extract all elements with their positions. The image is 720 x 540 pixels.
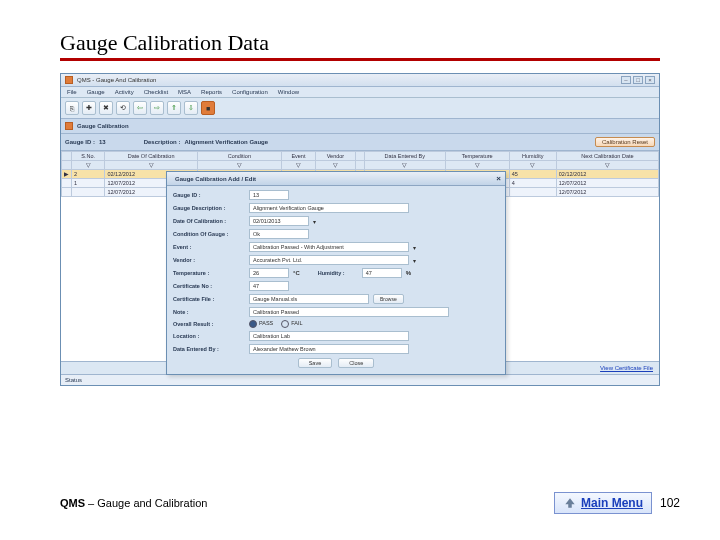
menu-window[interactable]: Window xyxy=(278,89,299,95)
toolbar-btn-4[interactable]: ⟲ xyxy=(116,101,130,115)
toolbar-btn-6[interactable]: ⇨ xyxy=(150,101,164,115)
toolbar-btn-3[interactable]: ✖ xyxy=(99,101,113,115)
field-certfile[interactable]: Gauge Manual.xls xyxy=(249,294,369,304)
view-certificate-link[interactable]: View Certificate File xyxy=(600,365,653,371)
save-button[interactable]: Save xyxy=(298,358,333,368)
menu-checklist[interactable]: Checklist xyxy=(144,89,168,95)
subwindow-title: Gauge Calibration xyxy=(61,119,659,134)
field-loc[interactable]: Calibration Lab xyxy=(249,331,409,341)
slide-title: Gauge Calibration Data xyxy=(60,30,660,56)
field-cond[interactable]: Ok xyxy=(249,229,309,239)
menu-msa[interactable]: MSA xyxy=(178,89,191,95)
grid-header[interactable]: Temperature xyxy=(445,152,509,161)
grid-header[interactable] xyxy=(62,152,72,161)
browse-button[interactable]: Browse xyxy=(373,294,404,304)
lbl-vendor: Vendor : xyxy=(173,257,245,263)
field-temp[interactable]: 26 xyxy=(249,268,289,278)
field-dataent[interactable]: Alexander Mathew Brown xyxy=(249,344,409,354)
close-button[interactable]: × xyxy=(645,76,655,84)
grid-filter[interactable]: ▽ xyxy=(72,161,105,170)
vendor-dd-icon[interactable]: ▾ xyxy=(413,257,416,264)
field-date[interactable]: 02/01/2013 xyxy=(249,216,309,226)
dialog-close-icon[interactable]: × xyxy=(496,174,501,183)
temp-unit: °C xyxy=(293,270,300,276)
grid-filter[interactable]: ▽ xyxy=(281,161,315,170)
lbl-desc: Gauge Description : xyxy=(173,205,245,211)
lbl-certfile: Certificate File : xyxy=(173,296,245,302)
app-titlebar: QMS - Gauge And Calibration – □ × xyxy=(61,74,659,87)
grid-filter[interactable]: ▽ xyxy=(105,161,197,170)
menu-gauge[interactable]: Gauge xyxy=(87,89,105,95)
gauge-id-value: 13 xyxy=(99,139,106,145)
lbl-overall: Overall Result : xyxy=(173,321,245,327)
toolbar-btn-8[interactable]: ⇩ xyxy=(184,101,198,115)
field-gauge-id: 13 xyxy=(249,190,289,200)
humid-unit: % xyxy=(406,270,411,276)
subwindow-label: Gauge Calibration xyxy=(77,123,129,129)
grid-filter[interactable] xyxy=(355,161,364,170)
info-bar: Gauge ID : 13 Description : Alignment Ve… xyxy=(61,134,659,151)
field-certby[interactable]: 47 xyxy=(249,281,289,291)
lbl-dataent: Data Entered By : xyxy=(173,346,245,352)
toolbar-btn-1[interactable]: ⎘ xyxy=(65,101,79,115)
status-bar: Status xyxy=(61,374,659,385)
calibration-reset-button[interactable]: Calibration Reset xyxy=(595,137,655,147)
lbl-loc: Location : xyxy=(173,333,245,339)
app-icon xyxy=(65,76,73,84)
grid-header[interactable]: Humidity xyxy=(509,152,556,161)
grid-header[interactable]: Condition xyxy=(197,152,281,161)
grid-filter[interactable] xyxy=(62,161,72,170)
close-button-dialog[interactable]: Close xyxy=(338,358,374,368)
grid-header[interactable]: Event xyxy=(281,152,315,161)
menu-file[interactable]: File xyxy=(67,89,77,95)
lbl-cond: Condition Of Gauge : xyxy=(173,231,245,237)
grid-filter[interactable]: ▽ xyxy=(315,161,355,170)
toolbar-btn-9[interactable]: ■ xyxy=(201,101,215,115)
toolbar-btn-5[interactable]: ⇦ xyxy=(133,101,147,115)
menu-configuration[interactable]: Configuration xyxy=(232,89,268,95)
field-note[interactable]: Calibration Passed xyxy=(249,307,449,317)
grid-area: S.No.Date Of CalibrationConditionEventVe… xyxy=(61,151,659,361)
title-rule xyxy=(60,58,660,61)
maximize-button[interactable]: □ xyxy=(633,76,643,84)
radio-fail[interactable]: FAIL xyxy=(281,320,302,328)
grid-filter[interactable]: ▽ xyxy=(556,161,658,170)
desc-label: Description : xyxy=(144,139,181,145)
minimize-button[interactable]: – xyxy=(621,76,631,84)
date-picker-icon[interactable]: ▾ xyxy=(313,218,316,225)
grid-header[interactable]: Next Calibration Date xyxy=(556,152,658,161)
field-event[interactable]: Calibration Passed - With Adjustment xyxy=(249,242,409,252)
grid-filter[interactable]: ▽ xyxy=(445,161,509,170)
page-number: 102 xyxy=(660,496,680,510)
grid-header[interactable]: Date Of Calibration xyxy=(105,152,197,161)
event-dd-icon[interactable]: ▾ xyxy=(413,244,416,251)
field-humid[interactable]: 47 xyxy=(362,268,402,278)
grid-header[interactable]: Data Entered By xyxy=(364,152,445,161)
lbl-certby: Certificate No : xyxy=(173,283,245,289)
grid-header[interactable] xyxy=(355,152,364,161)
grid-filter[interactable]: ▽ xyxy=(364,161,445,170)
app-window: QMS - Gauge And Calibration – □ × File G… xyxy=(60,73,660,386)
radio-pass[interactable]: PASS xyxy=(249,320,273,328)
grid-filter[interactable]: ▽ xyxy=(197,161,281,170)
menu-activity[interactable]: Activity xyxy=(115,89,134,95)
field-desc: Alignment Verification Gauge xyxy=(249,203,409,213)
grid-filter[interactable]: ▽ xyxy=(509,161,556,170)
lbl-note: Note : xyxy=(173,309,245,315)
menu-reports[interactable]: Reports xyxy=(201,89,222,95)
toolbar-btn-2[interactable]: ✚ xyxy=(82,101,96,115)
field-vendor[interactable]: Accuratech Pvt. Ltd. xyxy=(249,255,409,265)
lbl-humid: Humidity : xyxy=(318,270,358,276)
desc-value: Alignment Verification Gauge xyxy=(184,139,268,145)
footer-left: QMS – Gauge and Calibration xyxy=(60,497,207,509)
app-title: QMS - Gauge And Calibration xyxy=(77,77,156,83)
lbl-date: Date Of Calibration : xyxy=(173,218,245,224)
up-arrow-icon xyxy=(563,496,577,510)
toolbar-btn-7[interactable]: ⇑ xyxy=(167,101,181,115)
grid-header[interactable]: Vendor xyxy=(315,152,355,161)
lbl-gauge-id: Gauge ID : xyxy=(173,192,245,198)
gauge-id-label: Gauge ID : xyxy=(65,139,95,145)
grid-header[interactable]: S.No. xyxy=(72,152,105,161)
main-menu-button[interactable]: Main Menu xyxy=(554,492,652,514)
lbl-event: Event : xyxy=(173,244,245,250)
